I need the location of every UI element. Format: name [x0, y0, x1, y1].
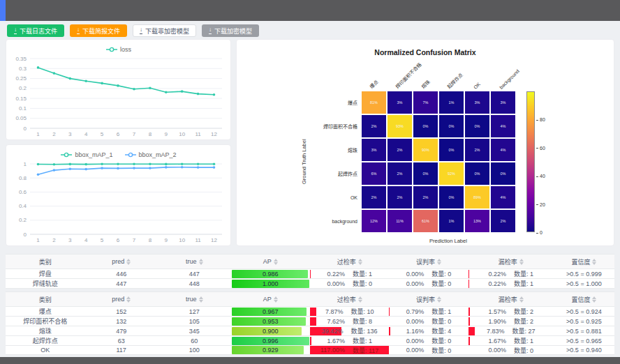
overkill-rate-cell: 39.42%数量: 136 [310, 326, 389, 336]
misjudge-rate-cell: 0.00%数量: 0 [389, 317, 468, 326]
sort-icon[interactable] [199, 259, 203, 265]
svg-text:0.6: 0.6 [19, 189, 27, 195]
svg-text:0.8: 0.8 [19, 175, 27, 181]
svg-text:0.15: 0.15 [15, 96, 27, 102]
rate-bar [468, 327, 475, 335]
confusion-y-axis-label: Ground Truth Label [299, 91, 309, 232]
misjudge-rate-cell: 0.00%数量: 0 [389, 269, 468, 279]
column-header[interactable]: AP [231, 292, 310, 307]
svg-text:8: 8 [149, 131, 152, 137]
ap-cell: 0.929 [231, 346, 310, 355]
column-header[interactable]: 过检率 [310, 255, 389, 269]
confusion-row-labels: 爆点焊印面积不合格熔珠起焊炸点OKbackground [309, 91, 362, 232]
matrix-cell: 7% [413, 91, 438, 114]
charts-column: loss 00.050.10.150.20.250.30.35123456789… [6, 39, 231, 246]
loss-chart-legend: loss [6, 44, 230, 54]
svg-text:5: 5 [101, 237, 104, 243]
column-header[interactable]: true [158, 255, 231, 269]
column-header-label: true [186, 296, 197, 303]
misjudge-rate-cell: 0.00%数量: 0 [389, 279, 468, 289]
column-header-label: pred [112, 296, 124, 303]
map-chart-card: bbox_mAP_1bbox_mAP_2 00.20.40.60.8112345… [6, 144, 231, 246]
corner-accent [0, 0, 6, 21]
sort-icon[interactable] [358, 296, 362, 303]
ap-cell: 0.900 [231, 326, 310, 336]
sort-icon[interactable] [358, 259, 362, 265]
matrix-cell: 2% [362, 115, 386, 137]
loss-chart-card: loss 00.050.10.150.20.250.30.35123456789… [6, 39, 231, 140]
sort-icon[interactable] [437, 296, 441, 303]
sort-icon[interactable] [126, 296, 131, 303]
svg-text:0.1: 0.1 [19, 105, 27, 112]
sort-icon[interactable] [274, 259, 278, 265]
class-cell: 焊缝轨迹 [6, 279, 84, 289]
matrix-cell: 89% [465, 186, 489, 208]
matrix-cell: 2% [362, 186, 386, 208]
sort-icon[interactable] [274, 296, 278, 303]
true-cell: 447 [158, 269, 231, 279]
column-header[interactable]: 漏检率 [468, 255, 554, 269]
class-metrics-table: 类别predtrueAP过检率误判率漏检率置信度爆点1521270.9677.8… [6, 291, 614, 355]
matrix-cell: 0% [413, 162, 438, 185]
column-header[interactable]: 置信度 [554, 255, 614, 269]
pred-cell: 446 [84, 269, 158, 279]
table-row: 起焊炸点63600.9961.67%数量: 10.00%数量: 01.67%数量… [6, 336, 614, 346]
overkill-rate-cell: 0.00%数量: 0 [310, 279, 389, 289]
column-header[interactable]: 漏检率 [468, 292, 554, 307]
legend-item[interactable]: bbox_mAP_1 [60, 151, 112, 158]
matrix-row-label: background [309, 210, 362, 232]
confidence-cell: >0.5 = 0.881 [554, 326, 614, 336]
loss-chart: 00.050.10.150.20.250.30.3512345678910111… [8, 54, 229, 139]
sort-icon[interactable] [199, 296, 203, 303]
download-encrypted-model-button[interactable]: ↓ 下载加密模型 [202, 24, 259, 37]
svg-text:2: 2 [52, 131, 56, 137]
column-header-label: 误判率 [416, 257, 435, 266]
sort-icon[interactable] [519, 296, 524, 303]
pred-cell: 63 [84, 336, 158, 346]
column-header[interactable]: true [158, 292, 231, 307]
column-header[interactable]: AP [231, 255, 310, 269]
sort-icon[interactable] [592, 259, 596, 265]
column-header[interactable]: pred [84, 255, 158, 269]
confidence-cell: >0.5 = 0.999 [554, 269, 614, 279]
colorbar [526, 91, 535, 232]
download-unencrypted-model-button[interactable]: ↓ 下载非加密模型 [133, 24, 196, 37]
download-log-button[interactable]: ↓ 下载日志文件 [7, 24, 64, 37]
sort-icon[interactable] [519, 259, 524, 265]
matrix-row-label: 熔珠 [309, 139, 362, 161]
class-cell: 焊印面积不合格 [6, 317, 84, 326]
column-header[interactable]: 过检率 [310, 292, 389, 307]
matrix-cell: 1% [439, 91, 464, 114]
column-header[interactable]: 误判率 [389, 292, 468, 307]
legend-line-icon [105, 47, 118, 52]
column-header[interactable]: pred [84, 292, 158, 307]
column-header[interactable]: 置信度 [554, 292, 614, 307]
button-label: 下载日志文件 [20, 26, 57, 36]
column-header-label: AP [263, 296, 272, 303]
matrix-cell: 4% [491, 186, 515, 208]
svg-text:10: 10 [179, 237, 185, 243]
sort-icon[interactable] [437, 259, 441, 265]
legend-line-icon [60, 152, 73, 158]
class-cell: 熔珠 [6, 326, 84, 336]
legend-item[interactable]: loss [105, 46, 131, 53]
column-header[interactable]: 误判率 [389, 255, 468, 269]
sort-icon[interactable] [592, 296, 596, 303]
column-header-label: 类别 [39, 257, 52, 266]
legend-label: loss [120, 46, 131, 53]
confidence-cell: >0.5 = 0.940 [554, 346, 614, 355]
class-cell: 爆点 [6, 307, 84, 317]
ap-cell: 0.996 [231, 336, 310, 346]
svg-text:5: 5 [101, 131, 104, 137]
class-cell: 起焊炸点 [6, 336, 84, 346]
download-report-button[interactable]: ↓ 下载简报文件 [70, 24, 127, 37]
miss-rate-cell: 1.57%数量: 2 [468, 307, 554, 317]
column-header-label: true [186, 258, 197, 265]
confidence-cell: >0.5 = 1.000 [554, 279, 614, 289]
legend-item[interactable]: bbox_mAP_2 [124, 151, 177, 158]
matrix-col-label: 焊印面积不合格 [394, 61, 423, 90]
sort-icon[interactable] [126, 259, 131, 265]
matrix-cell: 0% [439, 115, 464, 137]
true-cell: 345 [158, 326, 231, 336]
svg-text:2: 2 [52, 237, 56, 243]
